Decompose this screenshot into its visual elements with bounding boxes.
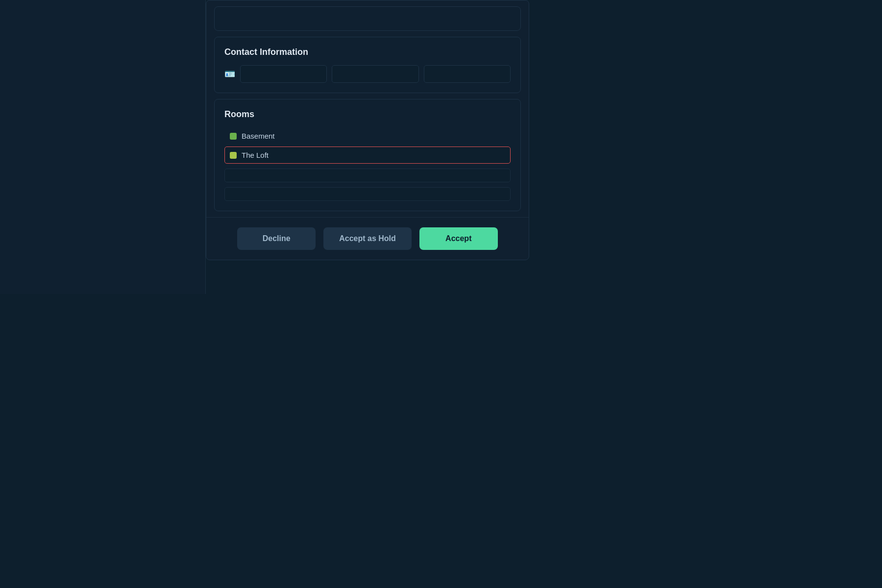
footer-actions: Decline Accept as Hold Accept xyxy=(206,217,529,260)
booking-modal: Contact Information 🪪 Rooms Basement xyxy=(206,0,529,260)
contact-card-icon: 🪪 xyxy=(224,69,235,79)
accept-as-hold-button[interactable]: Accept as Hold xyxy=(323,227,412,250)
rooms-list: Basement The Loft xyxy=(224,127,511,201)
empty-room-bar-2 xyxy=(224,187,511,201)
contact-section-title: Contact Information xyxy=(224,47,511,57)
decline-button[interactable]: Decline xyxy=(237,227,316,250)
page-background: Contact Information 🪪 Rooms Basement xyxy=(0,0,882,588)
rooms-section-title: Rooms xyxy=(224,109,511,120)
top-section-partial xyxy=(214,6,521,31)
basement-color-indicator xyxy=(230,133,237,140)
basement-room-name: Basement xyxy=(242,132,275,140)
loft-room-name: The Loft xyxy=(242,151,269,159)
contact-info-row: 🪪 xyxy=(224,65,511,83)
contact-input-2[interactable] xyxy=(332,65,418,83)
contact-input-1[interactable] xyxy=(240,65,327,83)
empty-room-bar-1 xyxy=(224,169,511,182)
room-item-basement[interactable]: Basement xyxy=(224,127,511,145)
contact-information-section: Contact Information 🪪 xyxy=(214,37,521,93)
rooms-section: Rooms Basement The Loft xyxy=(214,99,521,211)
room-item-the-loft[interactable]: The Loft xyxy=(224,147,511,164)
sidebar-panel xyxy=(0,0,206,294)
accept-button[interactable]: Accept xyxy=(419,227,498,250)
contact-input-3[interactable] xyxy=(424,65,511,83)
loft-color-indicator xyxy=(230,152,237,159)
